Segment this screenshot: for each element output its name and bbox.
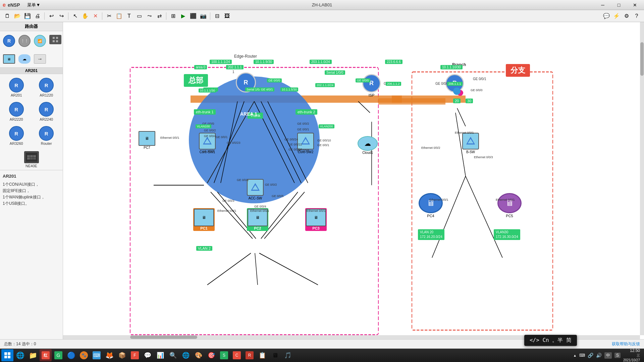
icon-circle-1: R	[3, 35, 15, 47]
undo-button[interactable]: ↩	[47, 11, 56, 21]
taskbar-app6[interactable]: 💬	[142, 349, 154, 361]
menu-item-1[interactable]: 菜单▼	[27, 2, 40, 8]
acc-sw-node[interactable]: ACC-SW	[247, 179, 264, 200]
sidebar-cloud[interactable]: ☁	[17, 53, 32, 65]
taskbar-app11[interactable]: S	[218, 349, 230, 361]
delete-tool[interactable]: ✕	[91, 11, 100, 21]
close-button[interactable]: ✕	[627, 0, 643, 10]
taskbar-app5[interactable]: F	[129, 349, 141, 361]
taskbar-firefox[interactable]: 🦊	[103, 349, 115, 361]
isp-router-node[interactable]: R ISP	[362, 74, 381, 97]
new-button[interactable]: 🗒	[3, 11, 12, 21]
taskbar-app3[interactable]: ⌨	[91, 349, 103, 361]
taskbar-app-red[interactable]: 红	[40, 349, 52, 361]
open-button[interactable]: 📂	[13, 11, 22, 21]
sidebar-icon-3[interactable]: 📶	[33, 33, 47, 49]
tray-up-arrow[interactable]: ▲	[573, 354, 577, 357]
taskbar-chrome[interactable]: 🔵	[65, 349, 77, 361]
sidebar-ar201[interactable]: R AR201	[2, 76, 31, 99]
ime-popup[interactable]: </> Cn 。半 简	[524, 335, 577, 346]
sidebar-ar2220[interactable]: R AR2220	[2, 100, 31, 123]
pc4-node[interactable]: 🖥 PC4	[419, 193, 443, 218]
taskbar-app7[interactable]: 📊	[154, 349, 166, 361]
pc7-label: PC7	[139, 146, 155, 149]
text-tool[interactable]: T	[124, 11, 134, 21]
icon-circle-2: ⋮⋮	[18, 35, 31, 47]
v-scroll-thumb[interactable]	[640, 42, 644, 76]
settings-button[interactable]: ⚙	[622, 11, 631, 21]
window-title: ZH-LAB01	[312, 2, 332, 7]
huawei-button[interactable]: ⚡	[612, 11, 621, 21]
system-clock[interactable]: 12:50 三 2021/10/27	[623, 348, 640, 362]
pc5-node[interactable]: 🖥 PC5	[497, 193, 522, 218]
sidebar-icon-1[interactable]: R	[2, 33, 16, 49]
topology-button[interactable]: ⊞	[168, 11, 178, 21]
sidebar-icon-2[interactable]: ⋮⋮	[17, 33, 32, 49]
tray-volume[interactable]: 🔊	[596, 353, 602, 358]
lang-cn[interactable]: 中	[604, 352, 612, 359]
vertical-scrollbar[interactable]	[640, 22, 644, 335]
taskbar-app9[interactable]: 🎨	[193, 349, 205, 361]
tray-keyboard[interactable]: ⌨	[579, 353, 585, 358]
cloud-icon: ☁	[18, 54, 31, 64]
capture-button[interactable]: 📷	[199, 11, 208, 21]
tray-network[interactable]: 🔗	[588, 353, 593, 358]
taskbar-explorer[interactable]: 📁	[27, 349, 39, 361]
taskbar-app2[interactable]: 🐾	[78, 349, 90, 361]
camera-button[interactable]: 🖼	[222, 11, 232, 21]
taskbar-app13[interactable]: R	[244, 349, 256, 361]
print-button[interactable]: 🖨	[33, 11, 42, 21]
sidebar-arrow[interactable]: →	[33, 53, 47, 65]
app-logo: e	[3, 2, 6, 8]
stop-button[interactable]: ⬛	[189, 11, 198, 21]
taskbar-app8[interactable]: 🌐	[180, 349, 192, 361]
toolbar: 🗒 📂 💾 🖨 ↩ ↪ ↖ ✋ ✕ ✂ 📋 T ▭ ⤳ ⇄ ⊞ ▶ ⬛ 📷 ⊟ …	[0, 10, 644, 22]
bsw-node[interactable]: B-SW	[462, 133, 479, 154]
help-button[interactable]: ?	[632, 11, 641, 21]
taskbar-app16[interactable]: 🎵	[282, 349, 294, 361]
taskbar-edge[interactable]: 🌐	[14, 349, 26, 361]
select-tool[interactable]: ↖	[70, 11, 80, 21]
maximize-button[interactable]: □	[611, 0, 627, 10]
view-button[interactable]: ⊟	[212, 11, 222, 21]
taskbar-app15[interactable]: 🖥	[269, 349, 281, 361]
ime-content: </> Cn 。半 简	[530, 337, 572, 344]
save-button[interactable]: 💾	[23, 11, 32, 21]
redo-button[interactable]: ↪	[57, 11, 66, 21]
cloud1-node[interactable]: ☁ Cloud1	[358, 136, 378, 155]
cut-tool[interactable]: ✂	[104, 11, 114, 21]
paste-tool[interactable]: 📋	[114, 11, 124, 21]
h-scroll-thumb[interactable]	[130, 336, 197, 339]
taskbar-app10[interactable]: 🎯	[205, 349, 217, 361]
taskbar-search[interactable]: 🔍	[167, 349, 179, 361]
taskbar-app4[interactable]: 📦	[116, 349, 128, 361]
start-button[interactable]: ▶	[178, 11, 188, 21]
pan-tool[interactable]: ✋	[80, 11, 90, 21]
taskbar-app-green[interactable]: G	[52, 349, 64, 361]
sidebar-ar1220[interactable]: R AR1220	[32, 76, 61, 99]
ge-acc-2: GE 0/0/2	[265, 183, 277, 186]
taskbar-app12[interactable]: C	[231, 349, 243, 361]
eth-bsw-1: Ethernet 0/0/1	[455, 131, 474, 134]
start-menu-button[interactable]	[1, 349, 13, 361]
serial-label: Serial 1/0/0	[325, 70, 345, 75]
canvas-area[interactable]: 总部 分支 Edge-Router Branch R R ISP R Core-…	[63, 22, 644, 339]
input-mode-s[interactable]: S	[614, 353, 621, 358]
diagram-svg	[63, 22, 644, 339]
taskbar-app14[interactable]: 📋	[256, 349, 268, 361]
link-tool2[interactable]: ⇄	[155, 11, 164, 21]
link-tool[interactable]: ⤳	[145, 11, 154, 21]
rect-tool[interactable]: ▭	[135, 11, 144, 21]
sidebar-ne40e[interactable]: NE40E	[0, 149, 63, 170]
pc5-icon: 🖥	[497, 193, 522, 213]
sidebar-icon-4[interactable]	[48, 33, 62, 49]
minimize-button[interactable]: ─	[595, 0, 610, 10]
chat-button[interactable]: 💬	[602, 11, 611, 21]
sidebar-ar2240[interactable]: R AR2240	[32, 100, 61, 123]
sidebar-ar3260[interactable]: R AR3260	[2, 124, 31, 147]
help-link[interactable]: 获取帮助与反馈	[612, 341, 640, 347]
sidebar-pc[interactable]: 🖥	[2, 53, 16, 65]
sidebar-router[interactable]: R Router	[32, 124, 61, 147]
pc1-node[interactable]: 🖥 PC1	[193, 208, 215, 231]
pc7-node[interactable]: 🖥 PC7	[139, 131, 155, 149]
